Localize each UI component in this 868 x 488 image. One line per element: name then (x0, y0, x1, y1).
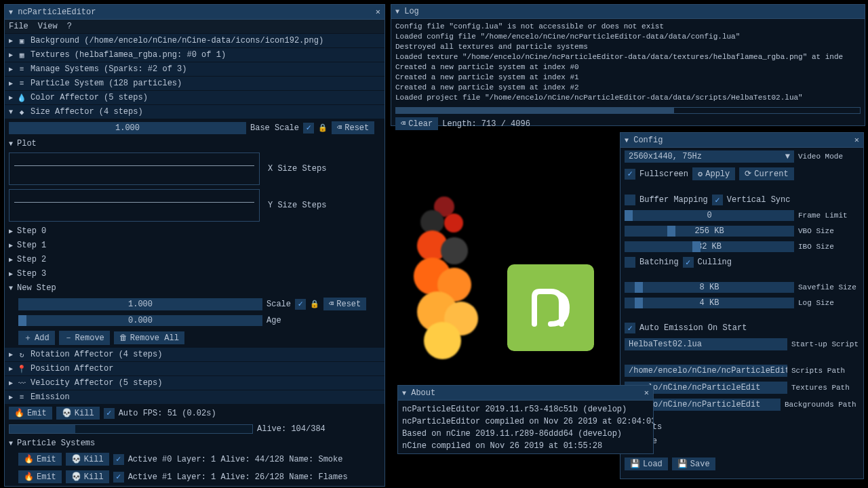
section-background[interactable]: ▣Background (/home/encelo/nCine/nCine-da… (5, 34, 384, 47)
section-size[interactable]: ◆Size Affector (4 steps) (5, 105, 384, 119)
base-scale-label: Base Scale (250, 123, 299, 133)
section-emission[interactable]: ≡Emission (5, 390, 384, 404)
emit-button[interactable]: 🔥 Emit (18, 453, 62, 466)
section-label: Plot (17, 139, 37, 148)
buffer-check[interactable] (625, 195, 635, 205)
logsize-slider[interactable]: 4 KB (625, 298, 794, 308)
editor-panel: ▼ ncParticleEditor ✕ File View ? ▣Backgr… (4, 4, 385, 487)
ibo-label: IBO Size (798, 243, 859, 251)
scale-input[interactable] (18, 298, 262, 310)
editor-title: ncParticleEditor (18, 7, 96, 17)
base-scale-check[interactable] (303, 123, 314, 134)
bg-path-label: Backgrounds Path (785, 401, 859, 409)
close-icon[interactable]: ✕ (854, 135, 859, 145)
scripts-path-input[interactable]: /home/encelo/nCine/ncParticleEdit (625, 365, 787, 377)
chevron-down-icon: ▼ (785, 152, 790, 161)
lock-icon[interactable]: 🔒 (318, 123, 328, 133)
menu-view[interactable]: View (38, 22, 58, 31)
batching-check[interactable] (625, 257, 635, 268)
section-label: Color Affector (5 steps) (31, 93, 148, 102)
reset-button[interactable]: ⌫ Reset (323, 298, 366, 310)
menu-help[interactable]: ? (67, 22, 72, 31)
startup-input[interactable]: HelbaTest02.lua (625, 338, 787, 350)
particle-preview (407, 190, 495, 359)
log-title-bar[interactable]: ▼ Log (391, 5, 865, 19)
video-mode-select[interactable]: 2560x1440, 75Hz▼ (625, 150, 794, 163)
ibo-slider[interactable]: 32 KB (625, 241, 794, 252)
load-button[interactable]: 💾 Load (625, 458, 668, 470)
autofps-check[interactable] (104, 408, 115, 419)
auto-emit-label: Auto Emission On Start (639, 323, 747, 333)
alive-label: Alive: 104/384 (257, 424, 326, 434)
ps-row-1: 🔥 Emit 💀 Kill Active #1 Layer: 1 Alive: … (5, 468, 384, 485)
vbo-slider[interactable]: 256 KB (625, 226, 794, 237)
emit-button[interactable]: 🔥 Emit (9, 407, 52, 420)
emit-button[interactable]: 🔥 Emit (18, 470, 62, 483)
about-title-bar[interactable]: ▼ About✕ (398, 386, 653, 401)
base-scale-row: Base Scale 🔒 ⌫ Reset (5, 119, 384, 136)
section-textures[interactable]: ▦Textures (helbaflamea_rgba.png: #0 of 1… (5, 48, 384, 62)
plot-x-label: X Size Steps (268, 164, 326, 174)
kill-button[interactable]: 💀 Kill (66, 470, 109, 483)
close-icon[interactable]: ✕ (644, 388, 649, 398)
fullscreen-check[interactable] (625, 169, 635, 180)
save-button[interactable]: 💾 Save (672, 458, 715, 470)
section-label: Manage Systems (Sparks: #2 of 3) (31, 64, 186, 74)
vsync-check[interactable] (712, 195, 723, 205)
section-psystems[interactable]: Particle Systems (5, 436, 384, 450)
kill-button[interactable]: 💀 Kill (66, 453, 109, 466)
section-color[interactable]: 💧Color Affector (5 steps) (5, 91, 384, 104)
scripts-path-label: Scripts Path (791, 367, 859, 375)
section-rotation[interactable]: ↻Rotation Affector (4 steps) (5, 348, 384, 361)
scale-label: Scale (267, 300, 291, 309)
section-limits[interactable]: ▶Limits (620, 420, 863, 434)
log-panel: ▼ Log Config file "config.lua" is not ac… (391, 4, 865, 126)
age-slider[interactable]: 0.000 (18, 315, 262, 326)
section-newstep[interactable]: New Step (5, 281, 384, 295)
auto-emit-check[interactable] (625, 323, 635, 333)
ps-row-0: 🔥 Emit 💀 Kill Active #0 Layer: 1 Alive: … (5, 451, 384, 468)
section-step2[interactable]: Step 2 (5, 253, 384, 266)
section-step3[interactable]: Step 3 (5, 267, 384, 281)
base-scale-input[interactable] (9, 122, 246, 134)
section-step0[interactable]: Step 0 (5, 224, 384, 238)
clear-button[interactable]: ⌫ Clear (395, 117, 438, 130)
current-button[interactable]: ⟳ Current (739, 167, 793, 180)
menu-file[interactable]: File (9, 22, 28, 31)
remove-all-button[interactable]: 🗑 Remove All (114, 331, 184, 344)
textures-path-label: Textures Path (791, 384, 859, 392)
frame-limit-slider[interactable]: 0 (625, 210, 794, 221)
savefile-slider[interactable]: 8 KB (625, 282, 794, 293)
kill-button[interactable]: 💀 Kill (56, 407, 100, 420)
culling-label: Culling (698, 258, 732, 267)
y-plot (9, 189, 260, 222)
drop-icon: 💧 (17, 93, 26, 102)
age-label: Age (267, 316, 281, 325)
image-icon: ▦ (17, 50, 26, 60)
section-position[interactable]: 📍Position Affector (5, 362, 384, 375)
section-label: Textures (helbaflamea_rgba.png: #0 of 1) (31, 50, 226, 60)
size-icon: ◆ (17, 107, 26, 117)
section-manage[interactable]: ≡Manage Systems (Sparks: #2 of 3) (5, 62, 384, 76)
add-button[interactable]: ＋ Add (18, 331, 55, 345)
section-step1[interactable]: Step 1 (5, 239, 384, 252)
list-icon: ≡ (17, 79, 26, 88)
batching-label: Batching (639, 258, 679, 267)
active-check[interactable] (113, 472, 124, 483)
reset-button[interactable]: ⌫ Reset (332, 121, 374, 134)
section-style[interactable]: ▶Style (620, 434, 863, 448)
plot-y-label: Y Size Steps (268, 201, 326, 210)
apply-button[interactable]: ✪ Apply (692, 167, 735, 180)
lock-icon[interactable]: 🔒 (310, 300, 319, 309)
close-icon[interactable]: ✕ (376, 7, 380, 17)
section-psystem[interactable]: ≡Particle System (128 particles) (5, 77, 384, 90)
section-velocity[interactable]: 〰Velocity Affector (5 steps) (5, 376, 384, 390)
scale-check[interactable] (295, 299, 306, 310)
editor-title-bar[interactable]: ▼ ncParticleEditor ✕ (5, 5, 384, 20)
remove-button[interactable]: － Remove (59, 331, 110, 345)
culling-check[interactable] (683, 257, 694, 268)
log-scrollbar[interactable] (395, 107, 861, 114)
section-plot[interactable]: Plot (5, 137, 384, 150)
active-check[interactable] (113, 454, 124, 465)
config-title-bar[interactable]: ▼ Config✕ (620, 133, 863, 148)
